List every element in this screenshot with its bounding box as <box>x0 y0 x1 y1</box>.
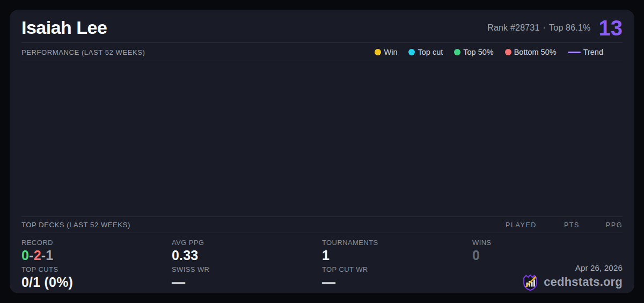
card-footer: Apr 26, 2026 cedhstats.org <box>472 263 623 292</box>
stat-label-top-cut-wr: TOP CUT WR <box>322 265 472 273</box>
stat-record: RECORD 0-2-1 <box>21 236 172 263</box>
legend-item-bottom-50: Bottom 50% <box>505 48 557 56</box>
stat-label-record: RECORD <box>21 239 172 247</box>
top-cut-dot-icon <box>408 49 415 55</box>
player-name: Isaiah Lee <box>21 18 107 38</box>
stat-label-avg-ppg: AVG PPG <box>172 239 322 247</box>
stat-label-top-cuts: TOP CUTS <box>21 265 172 273</box>
top-decks-section-title: TOP DECKS (LAST 52 WEEKS) <box>21 221 130 229</box>
legend-item-trend: Trend <box>568 48 603 56</box>
stat-value-top-cuts: 0/1 (0%) <box>21 275 172 290</box>
win-dot-icon <box>375 49 381 55</box>
chart-legend: Win Top cut Top 50% Bottom 50% Trend <box>375 48 603 56</box>
trend-line-icon <box>568 52 581 53</box>
legend-label: Win <box>384 48 397 56</box>
stat-wins: WINS 0 <box>472 236 623 263</box>
header-rank-group: Rank #28731·Top 86.1% 13 <box>487 18 623 38</box>
stat-value-top-cut-wr: — <box>322 275 472 290</box>
stat-top-cuts: TOP CUTS 0/1 (0%) <box>21 263 172 292</box>
brand-name: cedhstats.org <box>544 275 623 289</box>
record-separator: - <box>41 248 46 263</box>
stat-tournaments: TOURNAMENTS 1 <box>322 236 472 263</box>
stat-value-swiss-wr: — <box>172 275 322 290</box>
stat-label-swiss-wr: SWISS WR <box>172 265 322 273</box>
legend-item-top-cut: Top cut <box>408 48 443 56</box>
legend-label: Trend <box>583 48 603 56</box>
record-draws: 1 <box>46 248 53 263</box>
performance-header-row: PERFORMANCE (LAST 52 WEEKS) Win Top cut … <box>21 43 623 61</box>
column-header-pts: PTS <box>537 221 580 229</box>
legend-item-top-50: Top 50% <box>454 48 493 56</box>
bottom-50-dot-icon <box>505 49 511 55</box>
stat-value-record: 0-2-1 <box>21 248 172 263</box>
record-losses: 2 <box>34 248 41 263</box>
legend-label: Bottom 50% <box>514 48 557 56</box>
top-50-dot-icon <box>454 49 460 55</box>
stat-label-wins: WINS <box>472 239 623 247</box>
performance-section-title: PERFORMANCE (LAST 52 WEEKS) <box>21 48 145 56</box>
stat-value-avg-ppg: 0.33 <box>172 248 322 263</box>
column-header-ppg: PPG <box>580 221 623 229</box>
performance-chart-area <box>21 61 623 217</box>
rank-text: Rank #28731 <box>487 23 539 32</box>
legend-label: Top 50% <box>463 48 493 56</box>
stat-top-cut-wr: TOP CUT WR — <box>322 263 472 292</box>
record-separator: - <box>29 248 34 263</box>
column-header-played: PLAYED <box>494 221 537 229</box>
stat-swiss-wr: SWISS WR — <box>172 263 322 292</box>
stat-avg-ppg: AVG PPG 0.33 <box>172 236 322 263</box>
rank-line: Rank #28731·Top 86.1% <box>487 23 590 33</box>
player-score: 13 <box>599 18 623 38</box>
stats-grid: RECORD 0-2-1 AVG PPG 0.33 TOURNAMENTS 1 … <box>21 233 623 293</box>
record-wins: 0 <box>21 248 29 263</box>
stat-label-tournaments: TOURNAMENTS <box>322 239 472 247</box>
brand-link[interactable]: cedhstats.org <box>521 273 623 291</box>
footer-date: Apr 26, 2026 <box>575 263 623 272</box>
cedhstats-logo-icon <box>521 273 539 291</box>
top-decks-columns: PLAYED PTS PPG <box>494 221 623 229</box>
top-percent-text: Top 86.1% <box>549 23 590 32</box>
legend-label: Top cut <box>418 48 443 56</box>
player-stats-card: Isaiah Lee Rank #28731·Top 86.1% 13 PERF… <box>10 10 634 293</box>
stat-value-wins: 0 <box>472 248 623 263</box>
stat-value-tournaments: 1 <box>322 248 472 263</box>
rank-separator: · <box>543 23 546 32</box>
top-decks-header-row: TOP DECKS (LAST 52 WEEKS) PLAYED PTS PPG <box>21 217 623 233</box>
legend-item-win: Win <box>375 48 397 56</box>
card-header: Isaiah Lee Rank #28731·Top 86.1% 13 <box>21 10 623 43</box>
